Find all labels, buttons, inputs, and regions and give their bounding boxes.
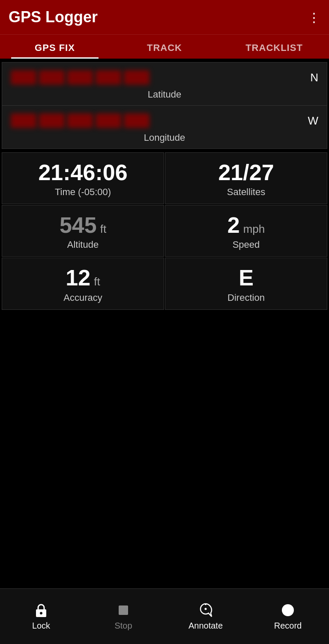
satellites-label: Satellites xyxy=(227,187,265,198)
longitude-row: W xyxy=(2,105,327,132)
blur-block-3 xyxy=(67,70,93,85)
speed-label: Speed xyxy=(233,239,260,250)
record-button[interactable]: Record xyxy=(247,602,329,631)
annotate-button[interactable]: Annotate xyxy=(164,602,247,631)
blur-block-4 xyxy=(96,70,121,85)
lock-label: Lock xyxy=(32,621,50,631)
svg-point-1 xyxy=(40,612,42,614)
annotate-icon xyxy=(197,602,214,618)
tab-gps-fix[interactable]: GPS FIX xyxy=(0,35,110,59)
latitude-value-blurred xyxy=(11,70,306,85)
latitude-label: Latitude xyxy=(2,89,327,105)
svg-point-3 xyxy=(205,608,207,610)
altitude-label: Altitude xyxy=(67,239,99,250)
accuracy-value: 12 ft xyxy=(66,266,100,290)
blur-block-7 xyxy=(39,113,65,128)
longitude-direction: W xyxy=(308,114,318,128)
blur-block-8 xyxy=(67,113,93,128)
blur-block-5 xyxy=(124,70,150,85)
record-icon xyxy=(280,602,296,618)
stat-altitude: 545 ft Altitude xyxy=(2,205,164,257)
blur-block-9 xyxy=(96,113,121,128)
more-options-icon[interactable]: ⋮ xyxy=(308,10,320,25)
empty-area xyxy=(0,311,329,559)
stop-label: Stop xyxy=(114,621,132,631)
svg-point-5 xyxy=(282,604,294,616)
stat-speed: 2 mph Speed xyxy=(165,205,327,257)
stat-accuracy: 12 ft Accuracy xyxy=(2,258,164,309)
lock-icon xyxy=(33,602,49,618)
time-value: 21:46:06 xyxy=(38,160,127,185)
stat-satellites: 21/27 Satellites xyxy=(165,152,327,204)
app-title: GPS Logger xyxy=(9,8,98,26)
record-label: Record xyxy=(274,621,302,631)
accuracy-label: Accuracy xyxy=(63,292,102,303)
gps-coordinates-panel: N Latitude W Longitude xyxy=(2,62,327,149)
longitude-label: Longitude xyxy=(2,132,327,148)
stop-icon xyxy=(115,602,132,618)
longitude-value-blurred xyxy=(11,113,303,128)
speed-value: 2 mph xyxy=(227,213,265,237)
stat-time: 21:46:06 Time (-05:00) xyxy=(2,152,164,204)
app-header: GPS Logger ⋮ xyxy=(0,0,329,34)
blur-block-2 xyxy=(39,70,65,85)
stop-button[interactable]: Stop xyxy=(82,602,164,631)
svg-rect-2 xyxy=(119,605,128,615)
bottom-bar: Lock Stop Annotate Record xyxy=(0,588,329,644)
satellites-value: 21/27 xyxy=(218,160,274,185)
altitude-unit: ft xyxy=(100,223,106,235)
annotate-label: Annotate xyxy=(188,621,223,631)
accuracy-unit: ft xyxy=(94,276,100,288)
time-label: Time (-05:00) xyxy=(55,187,111,198)
direction-value: E xyxy=(239,266,254,290)
stat-direction: E Direction xyxy=(165,258,327,309)
latitude-direction: N xyxy=(310,71,318,84)
stats-grid: 21:46:06 Time (-05:00) 21/27 Satellites … xyxy=(2,152,327,310)
tab-bar: GPS FIX TRACK TRACKLIST xyxy=(0,34,329,59)
blur-block-10 xyxy=(124,113,150,128)
direction-label: Direction xyxy=(227,292,265,303)
tab-tracklist[interactable]: TRACKLIST xyxy=(219,35,329,59)
altitude-value: 545 ft xyxy=(60,213,106,237)
speed-unit: mph xyxy=(243,223,265,235)
blur-block-6 xyxy=(11,113,36,128)
latitude-row: N xyxy=(2,62,327,89)
blur-block-1 xyxy=(11,70,36,85)
tab-track[interactable]: TRACK xyxy=(110,35,219,59)
lock-button[interactable]: Lock xyxy=(0,602,82,631)
